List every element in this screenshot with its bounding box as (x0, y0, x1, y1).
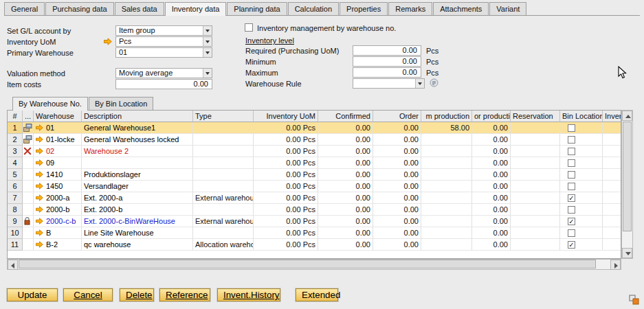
chevron-down-icon[interactable] (415, 79, 424, 88)
ordered-cell[interactable]: 0.00 (373, 239, 421, 251)
from-production-cell[interactable] (421, 157, 472, 169)
for-production-cell[interactable]: 0.00 (472, 157, 511, 169)
row-number[interactable]: 5 (8, 169, 23, 181)
inventory-cell[interactable] (603, 146, 621, 157)
row-number[interactable]: 7 (8, 192, 23, 204)
from-production-cell[interactable] (421, 181, 472, 192)
type-cell[interactable] (193, 134, 254, 146)
row-number[interactable]: 6 (8, 181, 23, 192)
warehouse-code-cell[interactable]: 2000-a (34, 192, 82, 204)
tab-properties[interactable]: Properties (340, 2, 388, 15)
scroll-right-icon[interactable] (610, 260, 621, 270)
from-production-cell[interactable]: 58.00 (421, 122, 472, 134)
type-cell[interactable] (193, 122, 254, 134)
chevron-down-icon[interactable] (203, 48, 212, 57)
for-production-cell[interactable]: 0.00 (472, 122, 511, 134)
ordered-cell[interactable]: 0.00 (373, 169, 421, 181)
for-production-cell[interactable]: 0.00 (472, 192, 511, 204)
form-resize-icon[interactable] (629, 295, 639, 305)
ordered-cell[interactable]: 0.00 (373, 134, 421, 146)
description-cell[interactable]: Line Site Warehouse (82, 227, 193, 239)
from-production-cell[interactable] (421, 216, 472, 227)
description-cell[interactable]: Ext. 2000-b (82, 204, 193, 216)
inventory-uom-cell[interactable]: 0.00 Pcs (254, 122, 318, 134)
warehouse-code-cell[interactable]: 01-locke (34, 134, 82, 146)
from-production-cell[interactable] (421, 204, 472, 216)
tab-calculation[interactable]: Calculation (288, 2, 339, 15)
col-header-order[interactable]: Order (373, 111, 421, 122)
col-header-inventory-uom[interactable]: Inventory UoM (254, 111, 318, 122)
bin-location-checkbox[interactable] (568, 124, 575, 132)
reservation-cell[interactable] (511, 122, 560, 134)
link-arrow-icon[interactable] (36, 136, 43, 143)
inventory-cell[interactable] (603, 192, 621, 204)
warehouse-code-cell[interactable]: 1410 (34, 169, 82, 181)
col-header-row-icon[interactable]: ... (23, 111, 34, 122)
link-arrow-icon[interactable] (36, 124, 43, 131)
col-header-bin-location[interactable]: Bin Location (560, 111, 603, 122)
warehouse-rule-combo[interactable] (353, 78, 425, 89)
confirmed-cell[interactable]: 0.00 (318, 169, 373, 181)
table-row[interactable]: 10BLine Site Warehouse0.00 Pcs0.000.000.… (8, 227, 621, 239)
col-header-confirmed[interactable]: Confirmed (318, 111, 373, 122)
confirmed-cell[interactable]: 0.00 (318, 204, 373, 216)
reservation-cell[interactable] (511, 146, 560, 157)
col-header-for-production[interactable]: or production (472, 111, 511, 122)
link-arrow-icon[interactable] (36, 183, 43, 190)
maximum-field[interactable]: 0.00 (353, 67, 421, 78)
tab-purchasing-data[interactable]: Purchasing data (45, 2, 114, 15)
reservation-cell[interactable] (511, 134, 560, 146)
type-cell[interactable]: Allocation wareho (193, 239, 254, 251)
warehouse-code-cell[interactable]: 2000-c-b (34, 216, 82, 227)
horizontal-scrollbar[interactable] (7, 259, 621, 270)
row-number[interactable]: 8 (8, 204, 23, 216)
circle-menu-icon[interactable] (430, 78, 438, 87)
required-field[interactable]: 0.00 (353, 45, 421, 56)
row-number[interactable]: 10 (8, 227, 23, 239)
confirmed-cell[interactable]: 0.00 (318, 227, 373, 239)
col-header-from-production[interactable]: m production (421, 111, 472, 122)
tab-general[interactable]: General (4, 2, 45, 15)
warehouse-code-cell[interactable]: B (34, 227, 82, 239)
link-arrow-icon[interactable] (36, 148, 43, 154)
ordered-cell[interactable]: 0.00 (373, 204, 421, 216)
subtab-by-bin-location[interactable]: By Bin Location (89, 97, 153, 110)
link-arrow-icon[interactable] (36, 229, 43, 236)
col-header-reservation[interactable]: Reservation (511, 111, 560, 122)
ordered-cell[interactable]: 0.00 (373, 122, 421, 134)
description-cell[interactable]: Ext. 2000-a (82, 192, 193, 204)
inventory-mgmt-by-warehouse-checkbox[interactable] (245, 23, 253, 32)
link-arrow-icon[interactable] (36, 159, 43, 166)
confirmed-cell[interactable]: 0.00 (318, 216, 373, 227)
table-row[interactable]: 101General Warehouse10.00 Pcs0.000.0058.… (8, 122, 621, 134)
tab-inventory-data[interactable]: Inventory data (165, 2, 227, 16)
description-cell[interactable]: Produktionslager (82, 169, 193, 181)
chevron-down-icon[interactable] (203, 26, 212, 35)
reservation-cell[interactable] (511, 204, 560, 216)
row-number[interactable]: 9 (8, 216, 23, 227)
link-arrow-icon[interactable] (36, 206, 43, 213)
reservation-cell[interactable] (511, 239, 560, 251)
inventory-cell[interactable] (603, 227, 621, 239)
bin-location-checkbox[interactable] (568, 136, 575, 144)
item-costs-field[interactable]: 0.00 (115, 79, 212, 89)
inventory-cell[interactable] (603, 181, 621, 192)
warehouse-code-cell[interactable]: 09 (34, 157, 82, 169)
type-cell[interactable] (193, 181, 254, 192)
cancel-button[interactable]: Cancel (63, 288, 113, 301)
scroll-down-icon[interactable] (622, 248, 632, 258)
from-production-cell[interactable] (421, 169, 472, 181)
inventory-uom-cell[interactable]: 0.00 Pcs (254, 146, 318, 157)
col-header-description[interactable]: Description (82, 111, 193, 122)
ordered-cell[interactable]: 0.00 (373, 227, 421, 239)
table-row[interactable]: 92000-c-bExt. 2000-c-BinWareHouseExterna… (8, 216, 621, 227)
for-production-cell[interactable]: 0.00 (472, 181, 511, 192)
for-production-cell[interactable]: 0.00 (472, 146, 511, 157)
inventory-uom-cell[interactable]: 0.00 Pcs (254, 157, 318, 169)
minimum-field[interactable]: 0.00 (353, 56, 421, 67)
description-cell[interactable]: qc warehouse (82, 239, 193, 251)
inventory-cell[interactable] (603, 157, 621, 169)
tab-sales-data[interactable]: Sales data (115, 2, 164, 15)
link-arrow-icon[interactable] (36, 171, 43, 178)
col-header-inventory[interactable]: Inven (603, 111, 621, 122)
